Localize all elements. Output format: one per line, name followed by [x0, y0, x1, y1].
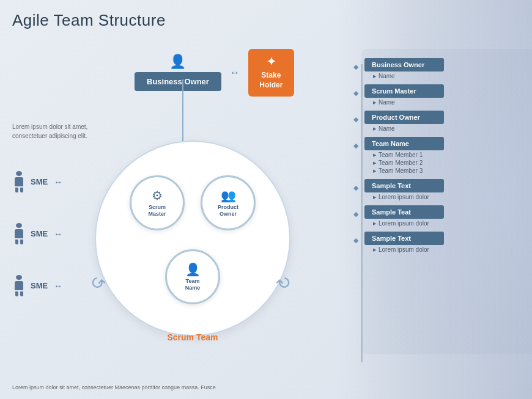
business-owner-section: 👤 Business Owner ↔ ✦ StakeHolder — [135, 49, 294, 97]
product-owner-icon: 👥 — [221, 188, 236, 203]
right-item-business-owner: Business Owner Name — [364, 58, 444, 79]
stakeholder-network-icon: ✦ — [257, 55, 286, 69]
right-item-scrum-master: Scrum Master Name — [364, 84, 444, 106]
sme-person-icon-3 — [12, 275, 26, 296]
team-name-label: TeamName — [185, 278, 201, 291]
right-sub-sample-1: Lorem ipsum dolor — [364, 194, 444, 200]
right-item-product-owner: Product Owner Name — [364, 111, 444, 132]
sme-arrow-2: ↔ — [54, 229, 62, 239]
right-label-product-owner: Product Owner — [364, 111, 444, 124]
slide: Agile Team Structure Lorem ipsum dolor s… — [0, 0, 532, 399]
right-sub-team-member-2: Team Member 2 — [364, 159, 444, 166]
footer-text: Lorem ipsum dolor sit amet, consectetuer… — [12, 384, 342, 390]
product-owner-label: ProductOwner — [218, 204, 238, 218]
right-label-sample-text-2: Sample Text — [364, 232, 444, 245]
sme-label-1: SME — [31, 177, 48, 186]
right-vertical-connector — [361, 64, 363, 362]
business-owner-icon-area: 👤 Business Owner — [135, 54, 221, 91]
right-sub-sm-name: Name — [364, 99, 444, 106]
right-sub-team-member-3: Team Member 3 — [364, 167, 444, 174]
right-label-sample-text-1: Sample Text — [364, 179, 444, 192]
team-name-circle: 👤 TeamName — [165, 249, 220, 304]
right-item-team-name: Team Name Team Member 1 Team Member 2 Te… — [364, 137, 444, 174]
scrum-team-circle: ⚙ ScrumMaster 👥 ProductOwner 👤 TeamName — [95, 141, 290, 336]
sme-person-icon-2 — [12, 223, 26, 244]
business-owner-box: Business Owner — [135, 72, 221, 91]
sme-arrow-1: ↔ — [54, 177, 62, 187]
right-sub-po-name: Name — [364, 125, 444, 132]
right-label-sample-teat: Sample Teat — [364, 205, 444, 219]
product-owner-circle: 👥 ProductOwner — [201, 175, 256, 230]
sme-item-3: SME ↔ — [12, 275, 62, 296]
sme-arrow-3: ↔ — [54, 281, 62, 291]
right-sub-sample-teat: Lorem ipsum dolor — [364, 220, 444, 227]
right-sub-bo-name: Name — [364, 73, 444, 79]
sme-list: SME ↔ SME ↔ SME ↔ — [12, 171, 62, 296]
right-panel: Business Owner Name Scrum Master Name Pr… — [364, 58, 444, 258]
right-item-sample-text-1: Sample Text Lorem ipsum dolor — [364, 179, 444, 200]
scrum-master-icon: ⚙ — [152, 188, 163, 203]
right-label-scrum-master: Scrum Master — [364, 84, 444, 98]
stakeholder-box: ✦ StakeHolder — [248, 49, 294, 97]
sme-person-icon-1 — [12, 171, 26, 192]
slide-title: Agile Team Structure — [12, 11, 166, 30]
right-item-sample-teat: Sample Teat Lorem ipsum dolor — [364, 205, 444, 227]
team-name-icon: 👤 — [185, 262, 201, 277]
scrum-master-circle: ⚙ ScrumMaster — [130, 175, 185, 230]
scrum-team-area: ⚙ ScrumMaster 👥 ProductOwner 👤 TeamName … — [89, 134, 297, 342]
right-sub-team-member-1: Team Member 1 — [364, 152, 444, 158]
scrum-team-label: Scrum Team — [168, 332, 218, 342]
scrum-master-label: ScrumMaster — [148, 204, 166, 218]
sme-item-2: SME ↔ — [12, 223, 62, 244]
right-label-business-owner: Business Owner — [364, 58, 444, 71]
bi-directional-arrow: ↔ — [230, 67, 240, 78]
right-sub-sample-2: Lorem ipsum dolor — [364, 246, 444, 253]
right-item-sample-text-2: Sample Text Lorem ipsum dolor — [364, 232, 444, 253]
sme-label-3: SME — [31, 281, 48, 290]
right-label-team-name: Team Name — [364, 137, 444, 150]
stakeholder-label: StakeHolder — [257, 71, 286, 90]
sme-label-2: SME — [31, 229, 48, 238]
sme-item-1: SME ↔ — [12, 171, 62, 192]
business-owner-person-icon: 👤 — [169, 54, 186, 70]
